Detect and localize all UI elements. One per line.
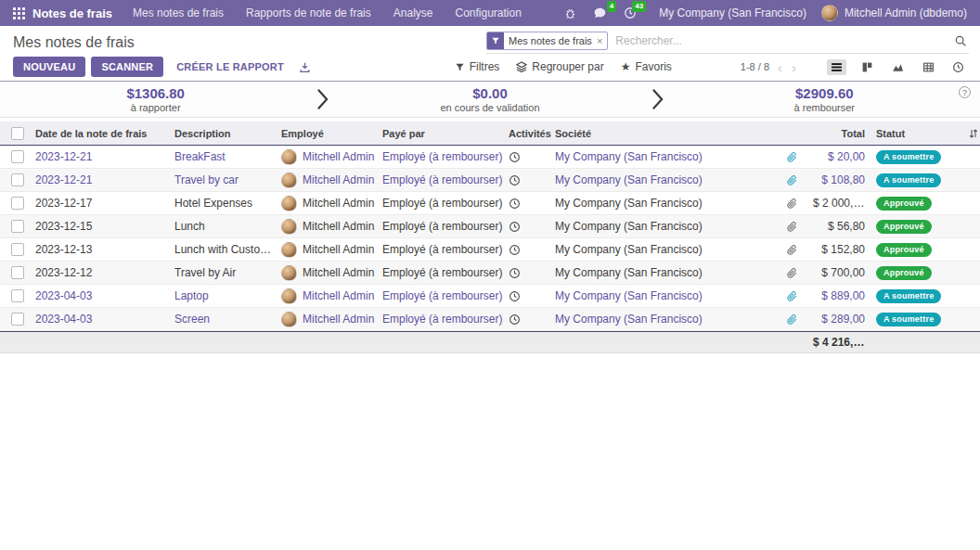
create-report-button[interactable]: CRÉER LE RAPPORT xyxy=(169,57,291,77)
activities-icon[interactable]: 43 xyxy=(624,6,637,19)
facet-remove-icon[interactable]: × xyxy=(597,35,607,46)
expense-status: Approuvé xyxy=(870,242,968,257)
row-checkbox[interactable] xyxy=(11,173,24,186)
paperclip-icon xyxy=(787,175,807,185)
summary-to-report[interactable]: $1306.80 à rapporter xyxy=(0,85,311,114)
activity-cell[interactable] xyxy=(509,267,555,279)
row-checkbox[interactable] xyxy=(11,220,24,233)
header-status[interactable]: Statut xyxy=(870,128,968,139)
search-facet[interactable]: Mes notes de frais × xyxy=(486,32,608,50)
activity-cell[interactable] xyxy=(509,244,555,256)
view-switcher xyxy=(827,59,967,75)
favorites-menu[interactable]: ★ Favoris xyxy=(621,60,672,73)
activity-cell[interactable] xyxy=(509,313,555,326)
activity-clock-icon[interactable] xyxy=(509,221,549,233)
help-icon[interactable]: ? xyxy=(959,86,971,98)
user-menu[interactable]: Mitchell Admin (dbdemo) xyxy=(845,6,967,19)
scan-button[interactable]: SCANNER xyxy=(91,57,163,77)
new-button[interactable]: NOUVEAU xyxy=(13,57,85,77)
paperclip-icon xyxy=(787,222,807,232)
row-checkbox[interactable] xyxy=(11,197,24,210)
row-checkbox[interactable] xyxy=(11,150,24,163)
user-avatar[interactable] xyxy=(821,5,838,21)
table-row[interactable]: 2023-12-13 Lunch with Customer Mitchell … xyxy=(0,238,980,262)
list-view-icon[interactable] xyxy=(827,59,846,75)
activity-clock-icon[interactable] xyxy=(509,290,549,302)
expense-total: $ 2 000,00 xyxy=(813,197,870,210)
header-company[interactable]: Société xyxy=(555,128,787,139)
row-checkbox[interactable] xyxy=(11,243,24,256)
row-checkbox[interactable] xyxy=(11,289,24,302)
table-row[interactable]: 2023-12-12 Travel by Air Mitchell Admin … xyxy=(0,262,980,285)
nav-item-configuration[interactable]: Configuration xyxy=(455,6,521,19)
kanban-view-icon[interactable] xyxy=(858,59,876,75)
table-row[interactable]: 2023-04-03 Laptop Mitchell Admin Employé… xyxy=(0,285,980,308)
activity-cell[interactable] xyxy=(509,151,555,163)
debug-bug-icon[interactable] xyxy=(564,7,576,19)
attachment-cell xyxy=(787,268,813,278)
activity-clock-icon[interactable] xyxy=(509,313,549,326)
activity-clock-icon[interactable] xyxy=(509,174,549,186)
employee-avatar xyxy=(281,242,297,258)
control-panel-buttons: NOUVEAU SCANNER CRÉER LE RAPPORT Filtres… xyxy=(0,54,980,80)
activity-cell[interactable] xyxy=(509,290,555,302)
expense-status: Approuvé xyxy=(870,265,968,280)
attachment-cell xyxy=(787,291,813,301)
table-row[interactable]: 2023-12-17 Hotel Expenses Mitchell Admin… xyxy=(0,192,980,215)
row-checkbox[interactable] xyxy=(11,266,24,279)
row-checkbox[interactable] xyxy=(11,313,24,326)
table-row[interactable]: 2023-12-15 Lunch Mitchell Admin Employé … xyxy=(0,215,980,238)
table-row[interactable]: 2023-12-21 Travel by car Mitchell Admin … xyxy=(0,169,980,192)
expense-total: $ 152,80 xyxy=(813,243,870,256)
filters-menu[interactable]: Filtres xyxy=(455,60,500,73)
apps-menu-button[interactable] xyxy=(9,4,32,23)
top-navbar: Notes de frais Mes notes de frais Rappor… xyxy=(0,0,980,26)
employee-name: Mitchell Admin xyxy=(303,220,374,233)
company-switcher[interactable]: My Company (San Francisco) xyxy=(659,6,806,19)
graph-view-icon[interactable] xyxy=(888,59,908,75)
download-icon[interactable] xyxy=(299,61,311,73)
star-icon: ★ xyxy=(621,61,631,72)
expense-company: My Company (San Francisco) xyxy=(555,289,787,302)
pivot-view-icon[interactable] xyxy=(920,59,937,75)
messages-icon[interactable]: 4 xyxy=(593,6,607,19)
nav-item-mes-notes-de-frais[interactable]: Mes notes de frais xyxy=(133,6,224,19)
control-panel-top: Mes notes de frais Mes notes de frais × xyxy=(0,26,980,54)
expense-total: $ 108,80 xyxy=(813,173,870,186)
activity-clock-icon[interactable] xyxy=(509,198,549,210)
header-employee[interactable]: Employé xyxy=(281,128,382,139)
activity-clock-icon[interactable] xyxy=(509,151,549,163)
expense-employee: Mitchell Admin xyxy=(281,149,382,165)
search-input[interactable] xyxy=(608,32,954,49)
expense-company: My Company (San Francisco) xyxy=(555,243,787,256)
pager-previous-button[interactable]: ‹ xyxy=(777,60,783,74)
expense-paid-by: Employé (à rembourser) xyxy=(382,150,509,163)
search-icon[interactable] xyxy=(954,34,969,47)
group-by-menu[interactable]: Regrouper par xyxy=(516,60,603,73)
facet-filter-funnel-icon xyxy=(487,32,504,49)
header-paid-by[interactable]: Payé par xyxy=(382,128,509,139)
summary-to-reimburse-amount: $2909.60 xyxy=(669,85,980,103)
table-row[interactable]: 2023-04-03 Screen Mitchell Admin Employé… xyxy=(0,308,980,331)
app-name[interactable]: Notes de frais xyxy=(32,6,112,20)
activity-cell[interactable] xyxy=(509,198,555,210)
header-total[interactable]: Total xyxy=(813,128,870,139)
nav-item-analyse[interactable]: Analyse xyxy=(393,6,433,19)
header-description[interactable]: Description xyxy=(174,128,281,139)
expense-company: My Company (San Francisco) xyxy=(555,313,787,326)
activity-cell[interactable] xyxy=(509,221,555,233)
nav-item-rapports[interactable]: Rapports de note de frais xyxy=(246,6,371,19)
activity-view-icon[interactable] xyxy=(949,59,967,75)
pager-next-button[interactable]: › xyxy=(791,60,797,74)
summary-under-validation[interactable]: $0.00 en cours de validation xyxy=(334,85,645,114)
header-activities[interactable]: Activités xyxy=(509,128,555,139)
activity-clock-icon[interactable] xyxy=(509,267,549,279)
header-date[interactable]: Date de la note de frais xyxy=(35,128,174,139)
table-row[interactable]: 2023-12-21 BreakFast Mitchell Admin Empl… xyxy=(0,146,980,169)
activity-cell[interactable] xyxy=(509,174,555,186)
expense-status: A soumettre xyxy=(870,288,968,303)
summary-to-reimburse[interactable]: $2909.60 à rembourser xyxy=(669,85,980,114)
select-all-checkbox[interactable] xyxy=(11,127,24,140)
activity-clock-icon[interactable] xyxy=(509,244,549,256)
toggle-optional-columns-icon[interactable] xyxy=(968,128,980,139)
